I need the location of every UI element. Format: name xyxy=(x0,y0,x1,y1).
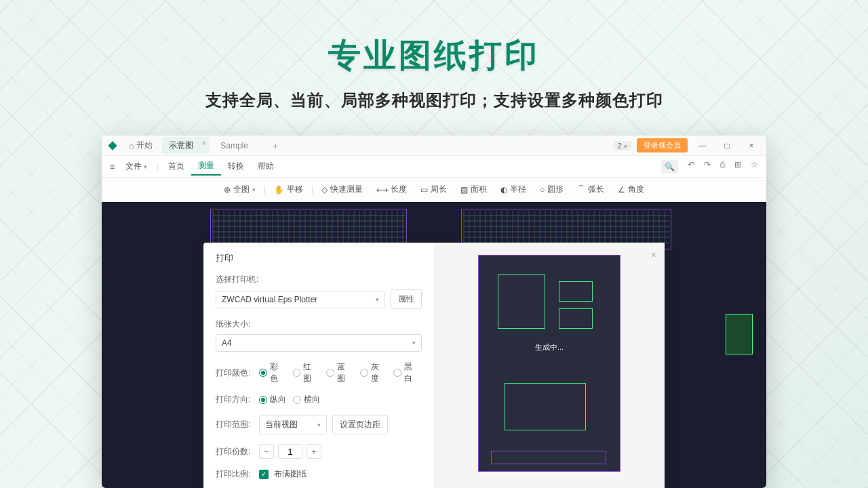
paper-label: 纸张大小: xyxy=(216,319,422,330)
tool-angle[interactable]: ∠角度 xyxy=(612,181,650,198)
titlebar: ⌂ 开始 示意图 × Sample + 2 ▾ 登录领会员 — □ × xyxy=(102,136,766,156)
copies-label: 打印份数: xyxy=(216,446,254,458)
orient-radio-portrait[interactable]: 纵向 xyxy=(259,394,286,405)
range-select[interactable]: 当前视图▾ xyxy=(259,415,327,434)
copies-increment[interactable]: + xyxy=(307,444,321,459)
tool-arc[interactable]: ⌒弧长 xyxy=(572,181,610,198)
scale-label: 打印比例: xyxy=(216,468,254,480)
notification-badge[interactable]: 2 ▾ xyxy=(614,141,631,150)
copies-decrement[interactable]: − xyxy=(259,444,274,459)
tool-area[interactable]: ▨面积 xyxy=(455,181,492,198)
side-widget xyxy=(726,314,753,354)
tool-fullview[interactable]: ⊕全图 ▾ xyxy=(218,181,261,198)
file-menu[interactable]: 文件 ▾ xyxy=(119,158,154,175)
search-icon[interactable]: 🔍 xyxy=(661,160,678,174)
print-preview: 生成中... xyxy=(478,255,620,472)
color-label: 打印颜色: xyxy=(216,367,254,379)
area-icon: ▨ xyxy=(460,185,468,195)
printer-label: 选择打印机: xyxy=(216,274,422,285)
undo-icon[interactable]: ↶ xyxy=(688,160,694,174)
tool-quickmeasure[interactable]: ◇快速测量 xyxy=(316,181,368,198)
add-tab-button[interactable]: + xyxy=(273,140,278,151)
paper-select[interactable]: A4▾ xyxy=(216,334,422,352)
fit-page-label: 布满图纸 xyxy=(274,468,307,480)
angle-icon: ∠ xyxy=(618,185,625,195)
perimeter-icon: ▭ xyxy=(420,185,428,195)
color-radio-gray[interactable]: 灰度 xyxy=(360,361,387,384)
orient-radio-landscape[interactable]: 横向 xyxy=(293,394,320,405)
dialog-close-button[interactable]: × xyxy=(651,249,656,260)
print-dialog: × 打印 选择打印机: ZWCAD virtual Eps Plotter▾ 属… xyxy=(203,243,665,488)
close-icon[interactable]: × xyxy=(201,140,205,147)
tool-radius[interactable]: ◐半径 xyxy=(495,181,532,198)
color-radio-red[interactable]: 红图 xyxy=(293,361,320,384)
arc-icon: ⌒ xyxy=(577,184,585,195)
chevron-down-icon: ▾ xyxy=(376,296,379,303)
tool-perimeter[interactable]: ▭周长 xyxy=(415,181,452,198)
tool-circle[interactable]: ○圆形 xyxy=(534,181,569,198)
measure-icon: ◇ xyxy=(321,185,328,195)
home-icon: ⌂ xyxy=(129,141,134,150)
toolbar: ⊕全图 ▾ | ✋平移 | ◇快速测量 ⟷长度 ▭周长 ▨面积 ◐半径 ○圆形 … xyxy=(102,178,766,202)
menu-measure[interactable]: 测量 xyxy=(191,157,221,176)
copies-stepper: − + xyxy=(259,444,321,459)
drawing-canvas[interactable]: × 打印 选择打印机: ZWCAD virtual Eps Plotter▾ 属… xyxy=(102,202,766,488)
color-radio-blue[interactable]: 蓝图 xyxy=(326,361,353,384)
bookmark-icon[interactable]: ☆ xyxy=(751,160,758,174)
app-window: ⌂ 开始 示意图 × Sample + 2 ▾ 登录领会员 — □ × ≡ 文件… xyxy=(102,136,766,488)
tool-length[interactable]: ⟷长度 xyxy=(371,181,412,198)
chevron-down-icon: ▾ xyxy=(317,422,321,428)
redo-icon[interactable]: ↷ xyxy=(704,160,711,174)
margin-button[interactable]: 设置页边距 xyxy=(332,415,388,434)
range-label: 打印范围: xyxy=(216,419,254,430)
fit-page-checkbox[interactable]: ✓ xyxy=(259,470,269,479)
zoom-icon: ⊕ xyxy=(224,185,231,195)
login-button[interactable]: 登录领会员 xyxy=(637,138,688,152)
circle-icon: ○ xyxy=(540,185,545,195)
orient-label: 打印方向: xyxy=(216,394,254,405)
color-radio-color[interactable]: 彩色 xyxy=(259,361,286,384)
printer-select[interactable]: ZWCAD virtual Eps Plotter▾ xyxy=(216,291,385,308)
ruler-icon: ⟷ xyxy=(376,185,388,195)
menu-home[interactable]: 首页 xyxy=(161,158,191,175)
save-icon[interactable]: ⊞ xyxy=(734,160,741,174)
dialog-title: 打印 xyxy=(216,252,422,264)
menu-icon[interactable]: ≡ xyxy=(110,162,115,171)
menubar: ≡ 文件 ▾ | 首页 测量 转换 帮助 🔍 ↶ ↷ ⎙ ⊞ ☆ xyxy=(102,156,766,178)
properties-button[interactable]: 属性 xyxy=(391,289,422,309)
print-icon[interactable]: ⎙ xyxy=(720,160,725,174)
home-button[interactable]: ⌂ 开始 xyxy=(123,140,158,151)
hand-icon: ✋ xyxy=(274,185,284,195)
print-settings-panel: 打印 选择打印机: ZWCAD virtual Eps Plotter▾ 属性 … xyxy=(203,243,434,488)
minimize-icon[interactable]: — xyxy=(693,141,712,150)
tab-inactive[interactable]: Sample xyxy=(214,138,264,153)
print-preview-panel: 生成中... xyxy=(434,243,665,488)
radius-icon: ◐ xyxy=(500,185,507,195)
preview-status: 生成中... xyxy=(535,342,564,352)
menu-convert[interactable]: 转换 xyxy=(221,158,251,175)
tab-active[interactable]: 示意图 × xyxy=(162,137,210,154)
tab-label: 示意图 xyxy=(169,140,193,150)
chevron-down-icon: ▾ xyxy=(412,340,416,346)
menu-help[interactable]: 帮助 xyxy=(251,158,281,175)
app-logo-icon xyxy=(107,140,118,151)
tool-pan[interactable]: ✋平移 xyxy=(269,181,309,198)
tab-label: Sample xyxy=(220,141,248,150)
color-radio-bw[interactable]: 黑白 xyxy=(393,361,420,384)
home-label: 开始 xyxy=(136,140,153,151)
window-close-icon[interactable]: × xyxy=(742,141,761,150)
maximize-icon[interactable]: □ xyxy=(717,141,736,150)
copies-input[interactable] xyxy=(278,444,302,459)
